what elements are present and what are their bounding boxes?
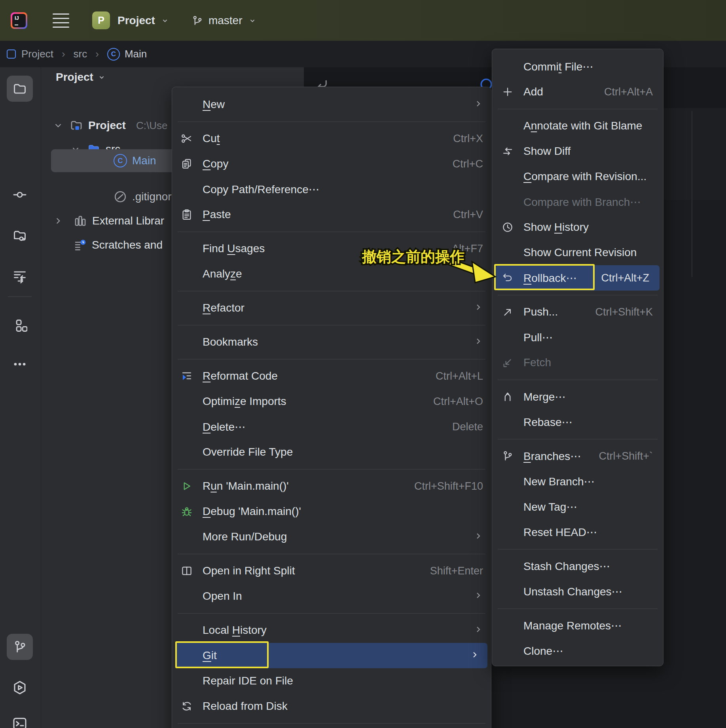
menu-item-rebase[interactable]: Rebase⋯: [492, 409, 663, 435]
breadcrumb-item-main[interactable]: C Main: [107, 48, 147, 61]
menu-separator: [172, 355, 491, 363]
menu-item-show-diff[interactable]: Show Diff: [492, 139, 663, 164]
chevron-right-icon: [474, 591, 483, 602]
menu-item-refactor[interactable]: Refactor: [172, 295, 491, 321]
menu-item-optimize-imports[interactable]: Optimize ImportsCtrl+Alt+O: [172, 389, 491, 414]
project-avatar: P: [92, 11, 110, 29]
sidebar-item-services[interactable]: [7, 675, 33, 701]
menu-item-shortcut: Ctrl+X: [453, 133, 483, 145]
menu-item-label: Clone⋯: [523, 644, 563, 658]
menu-item-shortcut: Ctrl+Shift+F10: [414, 480, 483, 492]
branch-widget[interactable]: master: [191, 14, 257, 27]
sidebar-item-changes[interactable]: [7, 263, 33, 289]
menu-item-copy[interactable]: CopyCtrl+C: [172, 151, 491, 177]
chevron-right-icon: [474, 531, 483, 542]
menu-item-cut[interactable]: CutCtrl+X: [172, 126, 491, 151]
menu-separator: [172, 287, 491, 295]
sidebar-item-project[interactable]: [7, 76, 33, 102]
menu-item-open-in-right-split[interactable]: Open in Right SplitShift+Enter: [172, 558, 491, 584]
breadcrumb-item-project[interactable]: Project: [0, 48, 53, 60]
menu-item-label: New Tag⋯: [523, 500, 577, 513]
menu-item-copy-path-reference[interactable]: Copy Path/Reference⋯: [172, 177, 491, 202]
menu-item-shortcut: Ctrl+Alt+O: [433, 395, 483, 408]
menu-item-analyze[interactable]: Analyze: [172, 261, 491, 287]
structure-icon: [12, 318, 27, 333]
chevron-right-icon: [474, 99, 483, 110]
menu-item-reset-head[interactable]: Reset HEAD⋯: [492, 519, 663, 545]
main-menu-button[interactable]: [53, 13, 69, 29]
menu-item-git[interactable]: Git: [176, 643, 487, 668]
sidebar-item-repository[interactable]: [7, 222, 33, 249]
menu-item-label: Open In: [203, 590, 242, 603]
menu-item-local-history[interactable]: Local History: [172, 618, 491, 643]
menu-item-shortcut: Delete: [452, 421, 483, 433]
menu-item-label: Optimize Imports: [203, 395, 286, 408]
menu-separator: [172, 609, 491, 618]
menu-item-reload-from-disk[interactable]: Reload from Disk: [172, 694, 491, 719]
sidebar-item-terminal[interactable]: [7, 711, 33, 728]
folder-icon: [12, 81, 27, 96]
menu-item-label: Pull⋯: [523, 331, 553, 344]
menu-item-repair-ide-on-file[interactable]: Repair IDE on File: [172, 668, 491, 694]
breadcrumb-item-src[interactable]: src: [74, 48, 87, 60]
menu-item-label: Find Usages: [203, 242, 265, 255]
menu-item-open-in[interactable]: Open In: [172, 584, 491, 609]
sidebar-item-more[interactable]: [7, 351, 33, 377]
menu-item-override-file-type[interactable]: Override File Type: [172, 439, 491, 465]
menu-item-add[interactable]: AddCtrl+Alt+A: [492, 79, 663, 105]
menu-item-find-usages[interactable]: Find UsagesAlt+F7: [172, 236, 491, 261]
menu-item-compare-with-revision[interactable]: Compare with Revision...: [492, 164, 663, 189]
menu-item-debug-main-main[interactable]: Debug 'Main.main()': [172, 499, 491, 524]
services-icon: [12, 680, 28, 696]
menu-item-more-run-debug[interactable]: More Run/Debug: [172, 524, 491, 549]
menu-item-label: Rebase⋯: [523, 416, 573, 429]
menu-item-label: Git: [203, 649, 217, 662]
menu-item-label: Show Current Revision: [523, 246, 637, 259]
menu-item-new-branch[interactable]: New Branch⋯: [492, 469, 663, 494]
menu-item-label: Compare with Revision...: [523, 170, 646, 183]
menu-item-reformat-code[interactable]: Reformat CodeCtrl+Alt+L: [172, 363, 491, 389]
push-icon: [502, 306, 514, 318]
menu-item-show-history[interactable]: Show History: [492, 215, 663, 240]
menu-item-branches[interactable]: Branches⋯Ctrl+Shift+`: [492, 443, 663, 469]
menu-item-label: Unstash Changes⋯: [523, 585, 623, 598]
debug-icon: [181, 506, 197, 517]
menu-item-shortcut: Ctrl+Shift+`: [599, 450, 653, 462]
menu-item-clone[interactable]: Clone⋯: [492, 638, 663, 663]
intellij-logo-icon[interactable]: IJ: [11, 12, 27, 29]
menu-item-stash-changes[interactable]: Stash Changes⋯: [492, 553, 663, 579]
menu-item-manage-remotes[interactable]: Manage Remotes⋯: [492, 613, 663, 638]
menu-item-show-current-revision[interactable]: Show Current Revision: [492, 240, 663, 265]
menu-separator: [492, 291, 663, 299]
menu-item-shortcut: Ctrl+Shift+K: [595, 306, 653, 318]
menu-item-delete[interactable]: Delete⋯Delete: [172, 414, 491, 439]
menu-item-annotate-with-git-blame[interactable]: Annotate with Git Blame: [492, 113, 663, 139]
menu-item-run-main-main[interactable]: Run 'Main.main()'Ctrl+Shift+F10: [172, 473, 491, 499]
menu-item-commit-file[interactable]: Commit File⋯: [492, 54, 663, 79]
menu-item-push[interactable]: Push...Ctrl+Shift+K: [492, 299, 663, 325]
menu-item-pull[interactable]: Pull⋯: [492, 325, 663, 350]
paste-icon: [181, 209, 197, 220]
menu-item-merge[interactable]: Merge⋯: [492, 384, 663, 409]
menu-item-shortcut: Ctrl+Alt+A: [604, 86, 653, 98]
menu-item-bookmarks[interactable]: Bookmarks: [172, 329, 491, 355]
menu-item-shortcut: Alt+F7: [452, 243, 483, 255]
sidebar-item-structure[interactable]: [7, 313, 33, 339]
chevron-expanded-icon: [53, 120, 63, 131]
menu-item-paste[interactable]: PasteCtrl+V: [172, 202, 491, 227]
menu-item-new-tag[interactable]: New Tag⋯: [492, 494, 663, 519]
menu-separator: [172, 227, 491, 236]
menu-item-new[interactable]: New: [172, 92, 491, 117]
project-view-header[interactable]: Project: [56, 71, 106, 84]
sidebar-item-commit[interactable]: [7, 182, 33, 208]
menu-item-shortcut: Ctrl+Alt+Z: [601, 272, 649, 284]
menu-separator: [492, 375, 663, 384]
menu-item-unstash-changes[interactable]: Unstash Changes⋯: [492, 579, 663, 604]
project-widget[interactable]: P Project: [92, 11, 169, 29]
run-icon: [181, 480, 197, 492]
plus-icon: [502, 86, 514, 98]
commit-icon: [12, 187, 27, 202]
sidebar-item-git[interactable]: [7, 634, 33, 660]
menu-item-rollback[interactable]: Rollback⋯Ctrl+Alt+Z: [496, 265, 660, 291]
menu-item-label: Bookmarks: [203, 336, 258, 348]
